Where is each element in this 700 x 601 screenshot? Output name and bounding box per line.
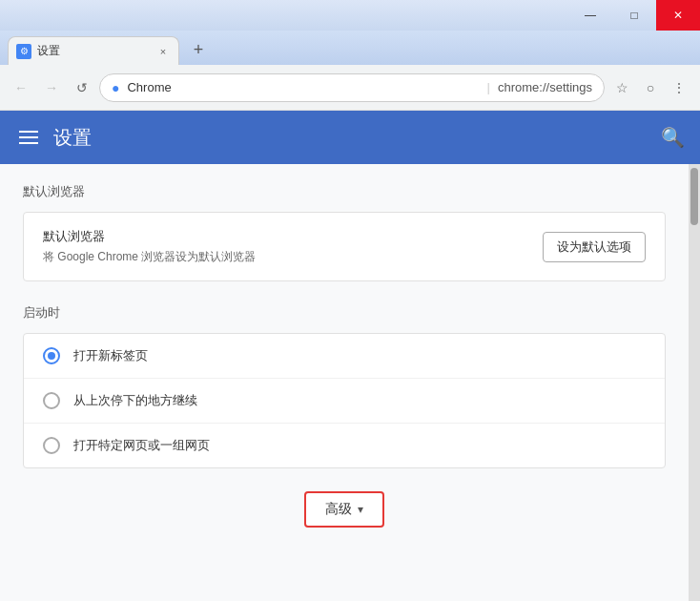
- menu-button[interactable]: ⋮: [666, 74, 692, 101]
- startup-option-3[interactable]: 打开特定网页或一组网页: [24, 424, 665, 467]
- minimize-button[interactable]: —: [568, 0, 612, 31]
- default-browser-title: 默认浏览器: [43, 228, 256, 245]
- radio-3: [43, 437, 60, 454]
- default-browser-section-title: 默认浏览器: [23, 183, 666, 200]
- main-content: 默认浏览器 默认浏览器 将 Google Chrome 浏览器设为默认浏览器 设…: [0, 164, 689, 601]
- settings-tab[interactable]: ⚙ 设置 ×: [8, 36, 179, 65]
- radio-1: [43, 347, 60, 364]
- startup-label-1: 打开新标签页: [73, 347, 148, 364]
- startup-label-3: 打开特定网页或一组网页: [73, 437, 210, 454]
- url-bar[interactable]: ● Chrome | chrome://settings: [99, 73, 605, 102]
- new-tab-button[interactable]: +: [185, 36, 212, 63]
- tab-favicon: ⚙: [16, 44, 31, 59]
- window-controls: — □ ✕: [568, 0, 700, 31]
- scrollbar[interactable]: [689, 164, 700, 601]
- tab-bar: ⚙ 设置 × +: [0, 31, 700, 65]
- toolbar-right: ☆ ○ ⋮: [608, 74, 692, 101]
- startup-option-2[interactable]: 从上次停下的地方继续: [24, 379, 665, 424]
- bookmark-button[interactable]: ☆: [608, 74, 635, 101]
- default-browser-info: 默认浏览器 将 Google Chrome 浏览器设为默认浏览器: [43, 228, 256, 265]
- hamburger-line-1: [19, 131, 38, 133]
- default-browser-desc: 将 Google Chrome 浏览器设为默认浏览器: [43, 249, 256, 265]
- url-divider: |: [487, 80, 490, 94]
- maximize-button[interactable]: □: [612, 0, 656, 31]
- startup-section-title: 启动时: [23, 304, 666, 321]
- close-button[interactable]: ✕: [656, 0, 700, 31]
- startup-label-2: 从上次停下的地方继续: [73, 392, 197, 409]
- header-left: 设置: [15, 125, 92, 151]
- reload-button[interactable]: ↺: [69, 74, 95, 101]
- page-title: 设置: [53, 125, 92, 151]
- search-button[interactable]: 🔍: [661, 126, 685, 149]
- set-default-button[interactable]: 设为默认选项: [543, 232, 646, 262]
- address-bar: ← → ↺ ● Chrome | chrome://settings ☆ ○ ⋮: [0, 65, 700, 111]
- forward-button[interactable]: →: [38, 74, 65, 101]
- profile-button[interactable]: ○: [637, 74, 664, 101]
- hamburger-line-2: [19, 136, 38, 138]
- default-browser-card: 默认浏览器 将 Google Chrome 浏览器设为默认浏览器 设为默认选项: [23, 212, 666, 281]
- tab-title: 设置: [37, 43, 150, 59]
- hamburger-line-3: [19, 142, 38, 144]
- chevron-down-icon: ▾: [358, 503, 363, 516]
- url-path: chrome://settings: [498, 80, 592, 94]
- title-bar: — □ ✕: [0, 0, 700, 31]
- content-wrapper: 默认浏览器 默认浏览器 将 Google Chrome 浏览器设为默认浏览器 设…: [0, 164, 700, 601]
- startup-option-1[interactable]: 打开新标签页: [24, 334, 665, 379]
- close-tab-button[interactable]: ×: [155, 44, 171, 59]
- scrollbar-thumb[interactable]: [690, 168, 698, 225]
- startup-card: 打开新标签页 从上次停下的地方继续 打开特定网页或一组网页: [23, 333, 666, 468]
- advanced-label: 高级: [325, 501, 352, 518]
- radio-inner-1: [48, 352, 55, 360]
- settings-header: 设置 🔍: [0, 111, 700, 164]
- back-button[interactable]: ←: [8, 74, 34, 101]
- advanced-button[interactable]: 高级 ▾: [304, 491, 384, 528]
- advanced-section: 高级 ▾: [23, 491, 666, 528]
- hamburger-menu[interactable]: [15, 127, 42, 148]
- radio-2: [43, 392, 60, 409]
- site-security-icon: ●: [112, 80, 119, 95]
- url-brand: Chrome: [127, 80, 479, 94]
